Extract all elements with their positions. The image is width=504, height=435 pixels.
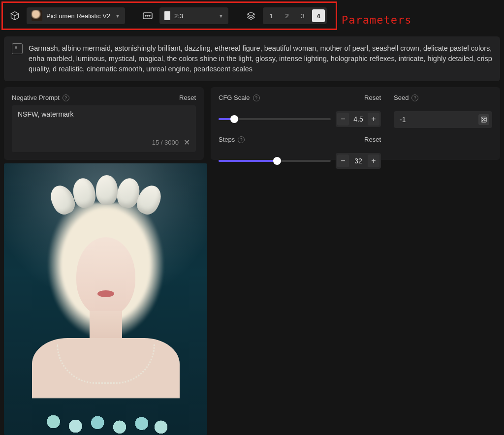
parameters-row: Negative Prompt ? Reset NSFW, watermark …: [4, 87, 500, 160]
svg-point-1: [145, 15, 146, 16]
cfg-reset[interactable]: Reset: [364, 94, 381, 101]
seed-label: Seed: [394, 94, 409, 101]
svg-point-8: [482, 120, 483, 121]
cfg-decrement[interactable]: −: [337, 113, 349, 125]
model-thumbnail: [32, 10, 42, 21]
image-icon: [12, 43, 23, 54]
count-option-3[interactable]: 3: [296, 9, 309, 22]
svg-point-6: [484, 118, 485, 119]
cfg-slider[interactable]: [219, 118, 331, 120]
prompt-box[interactable]: Garmash, albino mermaid, astonishingly b…: [4, 36, 500, 81]
negative-prompt-value: NSFW, watermark: [18, 110, 190, 118]
seed-input[interactable]: -1: [394, 111, 492, 128]
negative-prompt-input[interactable]: NSFW, watermark 15 / 3000 ✕: [12, 105, 196, 152]
cfg-steps-column: CFG Scale ? Reset − 4.5 + Steps: [219, 94, 381, 152]
cfg-increment[interactable]: +: [368, 113, 379, 125]
generated-image[interactable]: [4, 163, 207, 435]
svg-point-9: [484, 120, 485, 121]
count-option-1[interactable]: 1: [265, 9, 278, 22]
svg-point-3: [149, 15, 150, 16]
steps-decrement[interactable]: −: [337, 155, 349, 167]
steps-slider[interactable]: [219, 160, 331, 162]
help-icon[interactable]: ?: [63, 94, 69, 101]
cfg-value[interactable]: 4.5: [350, 115, 367, 123]
model-name: PicLumen Realistic V2: [46, 12, 110, 20]
negative-prompt-label: Negative Prompt: [12, 94, 60, 101]
prompt-text: Garmash, albino mermaid, astonishingly b…: [29, 43, 492, 74]
negative-prompt-panel: Negative Prompt ? Reset NSFW, watermark …: [4, 87, 204, 160]
count-option-4[interactable]: 4: [312, 9, 325, 22]
seed-column: Seed ? -1: [394, 94, 492, 152]
svg-point-2: [147, 15, 148, 16]
svg-point-7: [483, 119, 484, 120]
cfg-label: CFG Scale: [219, 94, 250, 101]
cube-icon[interactable]: [7, 8, 23, 24]
aspect-ratio-selector[interactable]: 2:3 ▼: [159, 7, 228, 24]
steps-value[interactable]: 32: [350, 157, 367, 165]
dice-icon[interactable]: [478, 114, 489, 125]
steps-reset[interactable]: Reset: [364, 136, 381, 143]
cfg-stepper: − 4.5 +: [336, 111, 381, 127]
count-option-2[interactable]: 2: [281, 9, 293, 22]
seed-value: -1: [400, 116, 406, 124]
steps-increment[interactable]: +: [368, 155, 379, 167]
help-icon[interactable]: ?: [411, 94, 418, 101]
svg-point-5: [482, 118, 483, 119]
sliders-panel: CFG Scale ? Reset − 4.5 + Steps: [211, 87, 500, 160]
help-icon[interactable]: ?: [238, 136, 245, 143]
aspect-ratio-value: 2:3: [174, 12, 183, 20]
clear-icon[interactable]: ✕: [184, 138, 190, 147]
layers-icon[interactable]: [243, 8, 259, 24]
image-count-group: 1 2 3 4: [263, 7, 327, 24]
model-selector[interactable]: PicLumen Realistic V2 ▼: [27, 7, 125, 24]
chevron-down-icon: ▼: [219, 13, 223, 19]
steps-stepper: − 32 +: [336, 153, 381, 169]
top-toolbar: PicLumen Realistic V2 ▼ 2:3 ▼ 1 2 3 4: [0, 0, 504, 31]
negative-prompt-counter: 15 / 3000: [152, 139, 179, 146]
ratio-swatch-icon: [164, 11, 170, 20]
steps-label: Steps: [219, 136, 235, 143]
chevron-down-icon: ▼: [115, 13, 120, 19]
help-icon[interactable]: ?: [253, 94, 260, 101]
aspect-grid-icon[interactable]: [140, 8, 156, 24]
negative-prompt-reset[interactable]: Reset: [179, 94, 196, 101]
